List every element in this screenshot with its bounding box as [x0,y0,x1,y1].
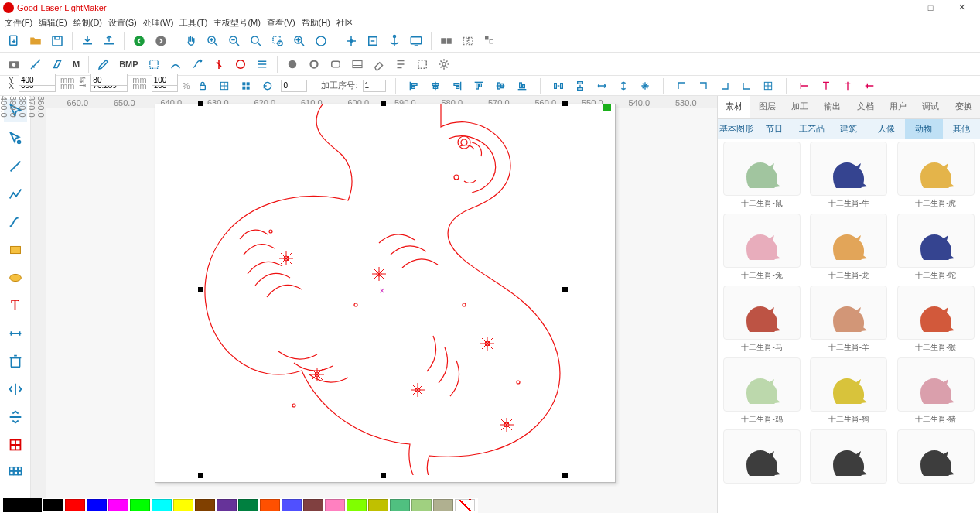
text-M-button[interactable]: M [70,55,83,74]
swatch[interactable] [303,499,323,511]
canvas[interactable]: 660.0650.0640.0630.0620.0610.0600.0590.0… [46,96,717,513]
swatch[interactable] [217,499,237,511]
menu-settings[interactable]: 设置(S) [108,17,137,29]
handle-bl[interactable] [198,473,203,478]
zoom-page-button[interactable] [312,32,330,50]
same-width-button[interactable] [593,77,610,94]
menu-view[interactable]: 查看(V) [267,17,295,29]
distribute-button[interactable] [459,32,477,50]
cat-craft[interactable]: 工艺品 [793,119,830,139]
asset-item[interactable]: 十二生肖-马 [721,286,803,353]
canvas-area[interactable]: 360.0370.0380.0390.0400.0410.0420.0430.0… [31,96,717,513]
asset-item[interactable]: 十二生肖-龙 [808,214,890,281]
lock-aspect-button[interactable] [194,77,211,94]
align-center-h-button[interactable] [427,77,444,94]
swatch[interactable] [43,499,63,511]
dist-v-button[interactable] [572,77,589,94]
tab-debug[interactable]: 调试 [914,96,947,118]
rotate-input[interactable] [281,80,307,92]
handle-ml[interactable] [198,287,203,292]
edit-node-button[interactable] [166,55,185,74]
corner-bl-button[interactable] [738,77,755,94]
flip-v-button[interactable] [818,77,835,94]
skew-button[interactable] [48,55,67,74]
cat-people[interactable]: 人像 [868,119,905,139]
asset-item[interactable]: 十二生肖-猴 [895,286,977,353]
cat-building[interactable]: 建筑 [830,119,867,139]
menu-community[interactable]: 社区 [336,17,353,29]
zoom-out-button[interactable] [225,32,244,50]
asset-item[interactable]: 十二生肖-鼠 [721,142,803,209]
swatch[interactable] [282,499,302,511]
tab-transform[interactable]: 变换 [948,96,980,118]
same-height-button[interactable] [615,77,632,94]
gear-button[interactable] [435,55,453,74]
save-file-button[interactable] [48,32,67,50]
list-button[interactable] [253,55,271,74]
fill-circle-button[interactable] [283,55,302,74]
menu-process[interactable]: 处理(W) [143,17,174,29]
new-file-button[interactable] [5,32,23,50]
swatch[interactable] [411,499,432,511]
swatch-current[interactable] [3,498,42,512]
align-text-button[interactable] [391,55,410,74]
swatch[interactable] [173,499,193,511]
swatch[interactable] [433,499,453,511]
origin-button[interactable] [342,32,360,50]
rotate-button[interactable] [259,77,276,94]
cut-path-button[interactable] [210,55,228,74]
close-button[interactable]: ✕ [946,0,977,15]
swatch[interactable] [238,499,258,511]
asset-item[interactable]: 十二生肖-兔 [721,214,803,281]
swatch[interactable] [65,499,85,511]
zoom-in-button[interactable] [203,32,222,50]
export-button[interactable] [100,32,118,50]
pen-button[interactable] [94,55,113,74]
eraser-button[interactable] [370,55,388,74]
handle-bm[interactable] [381,473,386,478]
seq-input[interactable] [363,80,386,92]
grid-fill-button[interactable] [237,77,254,94]
corner-tl-button[interactable] [673,77,690,94]
align-right-button[interactable] [449,77,466,94]
swatch[interactable] [390,499,410,511]
curve-button[interactable] [188,55,207,74]
swatch[interactable] [347,499,367,511]
undo-button[interactable] [130,32,149,50]
swatch[interactable] [368,499,388,511]
y-input[interactable] [19,74,56,86]
grid-button[interactable] [760,77,777,94]
redo-button[interactable] [152,32,170,50]
zoom-select-button[interactable] [268,32,287,50]
same-size-button[interactable] [637,77,654,94]
swatch-none[interactable] [455,499,475,511]
swatch[interactable] [87,499,107,511]
menu-draw[interactable]: 绘制(D) [73,17,102,29]
tab-user[interactable]: 用户 [882,96,914,118]
asset-item[interactable]: 十二生肖-蛇 [895,214,977,281]
ring-button[interactable] [305,55,323,74]
anchor-grid-button[interactable] [216,77,233,94]
group-align-button[interactable] [437,32,456,50]
swatch[interactable] [108,499,128,511]
zoom-fit-button[interactable] [247,32,265,50]
asset-item[interactable] [808,429,890,486]
handle-tm[interactable] [381,101,386,106]
import-button[interactable] [78,32,97,50]
corner-br-button[interactable] [716,77,733,94]
asset-grid[interactable]: 十二生肖-鼠十二生肖-牛十二生肖-虎十二生肖-兔十二生肖-龙十二生肖-蛇十二生肖… [718,139,980,511]
open-file-button[interactable] [26,32,45,50]
flip-h-button[interactable] [796,77,813,94]
origin-marker[interactable] [603,104,611,111]
menu-tools[interactable]: 工具(T) [179,17,207,29]
cat-animal[interactable]: 动物 [905,119,942,139]
anchor-button[interactable] [385,32,404,50]
h-input[interactable] [90,74,128,86]
asset-item[interactable] [721,429,803,486]
tab-process[interactable]: 加工 [784,96,816,118]
tab-layer[interactable]: 图层 [750,96,783,118]
circle-outline-button[interactable] [231,55,250,74]
selection-box[interactable]: × [201,104,565,475]
handle-mr[interactable] [562,287,568,292]
pan-button[interactable] [182,32,200,50]
